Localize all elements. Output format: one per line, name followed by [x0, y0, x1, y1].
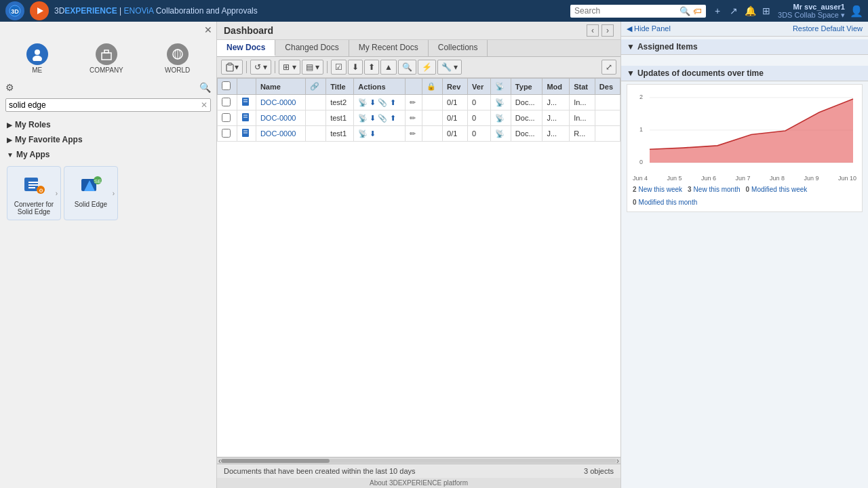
user-space[interactable]: 3DS Collab Space ▾ — [778, 11, 845, 20]
row1-doc-link[interactable]: DOC-0000 — [260, 98, 296, 106]
row1-action-attach[interactable]: 📎 — [378, 98, 387, 106]
row1-name: DOC-0000 — [256, 95, 305, 110]
restore-default-view-button[interactable]: Restore Default View — [793, 24, 863, 33]
bell-icon[interactable]: 🔔 — [744, 5, 756, 17]
dashboard-next-btn[interactable]: › — [601, 24, 614, 37]
row3-action-feed[interactable]: 📡 — [358, 129, 368, 138]
toolbar-tools-btn[interactable]: 🔧 ▾ — [437, 60, 462, 75]
toolbar-clipboard-btn[interactable]: ▾ — [221, 60, 243, 75]
row2-checkbox-cell — [218, 110, 237, 126]
my-apps-header[interactable]: ▼ My Apps — [0, 147, 216, 162]
search-toggle-icon[interactable]: 🔍 — [199, 82, 211, 93]
my-roles-header[interactable]: ▶ My Roles — [0, 117, 216, 132]
toolbar-filter-btn[interactable]: ▲ — [380, 60, 397, 75]
close-left-panel-button[interactable]: ✕ — [204, 24, 212, 35]
row1-action-download[interactable]: ⬇ — [370, 98, 376, 106]
my-favorite-apps-header[interactable]: ▶ My Favorite Apps — [0, 132, 216, 147]
dashboard-header: Dashboard ‹ › — [217, 22, 620, 40]
row1-checkbox[interactable] — [222, 98, 231, 106]
svg-rect-12 — [28, 182, 38, 183]
row2-checkbox[interactable] — [222, 113, 231, 122]
col-desc: Des — [595, 79, 620, 95]
share-icon[interactable]: ↗ — [728, 5, 740, 17]
row1-type-icon — [237, 95, 256, 110]
right-panel: ◀ Hide Panel Restore Default View ▼ Assi… — [620, 22, 868, 488]
select-all-checkbox[interactable] — [222, 81, 231, 90]
row2-action-feed[interactable]: 📡 — [358, 114, 368, 122]
row2-action-upload[interactable]: ⬆ — [390, 114, 396, 122]
hide-panel-button[interactable]: ◀ Hide Panel — [627, 24, 671, 33]
bookmark-icon[interactable]: 🏷 — [693, 6, 702, 16]
tab-my-recent-docs[interactable]: My Recent Docs — [349, 40, 429, 56]
grid-icon[interactable]: ⊞ — [760, 5, 772, 17]
add-icon[interactable]: + — [711, 5, 724, 17]
tab-new-docs[interactable]: New Docs — [217, 40, 275, 56]
toolbar-search-table-btn[interactable]: 🔍 — [398, 60, 416, 75]
toolbar-layout-btn[interactable]: ⊞ ▾ — [279, 60, 300, 75]
tab-changed-docs[interactable]: Changed Docs — [275, 40, 349, 56]
row2-edit-icon[interactable]: ✏ — [410, 114, 416, 122]
scrollbar-thumb[interactable] — [221, 459, 330, 463]
row1-action-upload[interactable]: ⬆ — [390, 98, 396, 106]
assigned-items-section: ▼ Assigned Items — [621, 39, 868, 60]
my-roles-label: My Roles — [15, 120, 51, 129]
solid-edge-icon-box: SE — [77, 171, 104, 198]
row2-action-attach[interactable]: 📎 — [378, 114, 387, 122]
dashboard-prev-btn[interactable]: ‹ — [587, 24, 599, 37]
left-panel-content: ▶ My Roles ▶ My Favorite Apps ▼ My Apps — [0, 115, 216, 488]
app-converter-solid-edge[interactable]: ⚙ Converter for Solid Edge › — [7, 166, 61, 220]
updates-chart-label: Updates of documents over time — [637, 68, 764, 78]
app-icon[interactable] — [30, 1, 49, 20]
row1-rev: 0/1 — [443, 95, 468, 110]
toolbar-view-btn[interactable]: ▤ ▾ — [302, 60, 323, 75]
nav-world[interactable]: WORLD — [159, 41, 195, 77]
stat-new-month-label: New this month — [694, 186, 741, 193]
row3-action-download[interactable]: ⬇ — [370, 129, 376, 138]
stat-new-week-num: 2 — [633, 186, 637, 193]
nav-me[interactable]: ME — [21, 41, 54, 77]
stat-modified-this-month: 0 Modified this month — [633, 199, 697, 206]
assigned-items-header[interactable]: ▼ Assigned Items — [621, 39, 868, 55]
search-bar-left: ✕ — [5, 98, 211, 112]
stat-new-this-week: 2 New this week — [633, 186, 682, 193]
left-search-input[interactable] — [9, 100, 201, 110]
row3-doc-link[interactable]: DOC-0000 — [260, 129, 296, 138]
row2-mod: J... — [542, 110, 570, 126]
topbar: 3D 3DEXPERIENCE | ENOViA Collaboration a… — [0, 0, 868, 22]
toolbar-upload-btn[interactable]: ⬆ — [364, 60, 379, 75]
title-brand: EXPERIENCE — [64, 6, 117, 16]
horizontal-scrollbar[interactable]: ‹ › — [217, 457, 620, 464]
row1-ver: 0 — [468, 95, 491, 110]
search-icon[interactable]: 🔍 — [679, 6, 690, 16]
app-solid-edge[interactable]: SE Solid Edge › — [64, 166, 118, 220]
row2-action-download[interactable]: ⬇ — [370, 114, 376, 122]
tab-collections[interactable]: Collections — [429, 40, 488, 56]
row1-action-feed[interactable]: 📡 — [358, 98, 368, 106]
company-circle — [96, 43, 117, 65]
row1-stat: In... — [570, 95, 595, 110]
user-name: Mr svc_auser1 — [778, 3, 845, 11]
nav-company[interactable]: COMPANY — [84, 41, 129, 77]
row3-type: Doc... — [511, 126, 542, 142]
row2-doc-link[interactable]: DOC-0000 — [260, 114, 296, 122]
updates-chart-header[interactable]: ▼ Updates of documents over time — [621, 66, 868, 81]
row3-edit-icon[interactable]: ✏ — [410, 129, 416, 138]
svg-text:0: 0 — [639, 158, 643, 165]
user-avatar-icon[interactable]: 👤 — [850, 5, 863, 17]
toolbar-select-btn[interactable]: ☑ — [331, 60, 347, 75]
3d-logo[interactable]: 3D — [5, 1, 24, 20]
table-header-row: Name 🔗 Title Actions 🔒 Rev Ver 📡 Type Mo… — [218, 79, 620, 95]
toolbar-download-btn[interactable]: ⬇ — [348, 60, 363, 75]
row3-checkbox[interactable] — [222, 129, 231, 138]
search-clear-icon[interactable]: ✕ — [201, 100, 208, 110]
toolbar-expand-btn[interactable]: ⤢ — [601, 60, 616, 75]
x-label-jun6: Jun 6 — [701, 175, 716, 182]
my-apps-label: My Apps — [16, 150, 50, 159]
bottom-label: About 3DEXPERIENCE platform — [217, 478, 620, 488]
toolbar-link-btn[interactable]: ⚡ — [418, 60, 436, 75]
toolbar-refresh-btn[interactable]: ↺ ▾ — [250, 60, 271, 75]
row1-edit-icon[interactable]: ✏ — [410, 98, 416, 106]
row1-feed: 📡 — [490, 95, 511, 110]
search-input[interactable] — [574, 6, 677, 16]
settings-icon[interactable]: ⚙ — [5, 82, 14, 93]
